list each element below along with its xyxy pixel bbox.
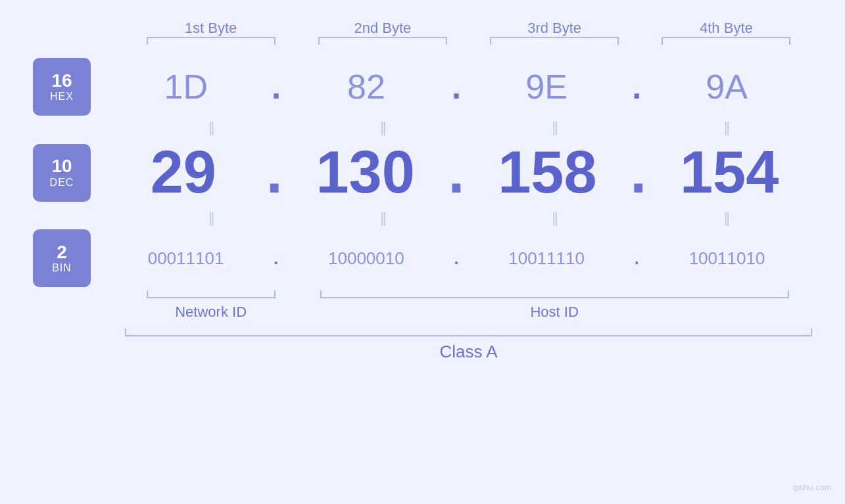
- dec-dot2: .: [448, 139, 464, 206]
- eq2-1: ||: [208, 211, 213, 225]
- bin-byte2-cell: 10000010: [281, 248, 451, 269]
- host-bracket: [320, 290, 789, 298]
- bottom-brackets: [33, 290, 812, 298]
- eq1-cell3: ||: [469, 120, 640, 135]
- bin-byte4: 10011010: [689, 248, 765, 269]
- dec-dot3: .: [630, 139, 646, 206]
- bin-dot1: .: [274, 248, 278, 269]
- dec-badge: 10 DEC: [33, 144, 91, 202]
- bin-byte2: 10000010: [328, 248, 404, 269]
- dec-badge-label: DEC: [50, 177, 74, 189]
- eq2-cell1: ||: [125, 211, 297, 225]
- byte4-header: 4th Byte: [640, 20, 812, 37]
- bin-badge: 2 BIN: [33, 229, 91, 287]
- bin-row: 2 BIN 00011101 . 10000010 . 10011110 . 1…: [33, 229, 812, 287]
- hex-badge-label: HEX: [50, 91, 74, 103]
- bracket-top-1: [147, 37, 276, 45]
- network-label-wrap: Network ID: [125, 304, 297, 321]
- eq1-cell4: ||: [640, 120, 812, 135]
- eq2-2: ||: [380, 211, 385, 225]
- bin-byte1-cell: 00011101: [101, 248, 271, 269]
- section-labels: Network ID Host ID: [33, 304, 812, 321]
- class-bracket: [125, 329, 812, 336]
- bracket-top-2: [318, 37, 447, 45]
- network-bracket-wrap: [125, 290, 297, 298]
- main-container: 1st Byte 2nd Byte 3rd Byte 4th Byte 16 H…: [0, 0, 845, 504]
- byte-headers: 1st Byte 2nd Byte 3rd Byte 4th Byte: [33, 20, 812, 37]
- network-id-label: Network ID: [175, 304, 247, 321]
- eq1-3: ||: [552, 120, 556, 135]
- dec-byte2-cell: 130: [283, 139, 448, 206]
- hex-badge: 16 HEX: [33, 58, 91, 116]
- bracket-cell-1: [125, 37, 297, 45]
- dec-row: 10 DEC 29 . 130 . 158 . 154: [33, 139, 812, 206]
- dec-byte4-cell: 154: [646, 139, 812, 206]
- eq1-1: ||: [208, 120, 213, 135]
- bin-byte4-cell: 10011010: [642, 248, 812, 269]
- bin-dot2: .: [454, 248, 458, 269]
- hex-byte4: 9A: [706, 67, 748, 106]
- bin-dot3: .: [635, 248, 639, 269]
- class-label: Class A: [439, 342, 497, 362]
- byte1-header: 1st Byte: [125, 20, 297, 37]
- hex-byte3-cell: 9E: [461, 67, 632, 106]
- bracket-top-3: [490, 37, 619, 45]
- eq2-cell3: ||: [469, 211, 640, 225]
- hex-byte1: 1D: [164, 67, 208, 106]
- dec-values: 29 . 130 . 158 . 154: [101, 139, 812, 206]
- host-bracket-wrap: [297, 290, 812, 298]
- bin-byte3-cell: 10011110: [462, 248, 632, 269]
- dec-byte4: 154: [680, 139, 779, 206]
- top-brackets: [33, 37, 812, 45]
- host-label-wrap: Host ID: [297, 304, 812, 321]
- bin-badge-label: BIN: [52, 262, 72, 274]
- equals-row-1: || || || ||: [33, 116, 812, 139]
- hex-byte2: 82: [347, 67, 385, 106]
- class-label-wrap: Class A: [125, 342, 812, 362]
- eq1-4: ||: [724, 120, 729, 135]
- hex-dot1: .: [272, 67, 281, 106]
- bin-badge-num: 2: [57, 242, 67, 263]
- hex-values: 1D . 82 . 9E . 9A: [101, 67, 812, 106]
- hex-byte3: 9E: [525, 67, 567, 106]
- eq2-cell2: ||: [297, 211, 468, 225]
- dec-byte3-cell: 158: [465, 139, 631, 206]
- hex-badge-num: 16: [51, 71, 72, 91]
- eq2-cell4: ||: [640, 211, 812, 225]
- host-id-label: Host ID: [530, 304, 578, 321]
- eq1-2: ||: [380, 120, 385, 135]
- watermark: ipshu.com: [793, 482, 832, 492]
- bin-byte3: 10011110: [508, 248, 585, 269]
- dec-byte1: 29: [151, 139, 216, 206]
- hex-byte2-cell: 82: [281, 67, 452, 106]
- bracket-cell-3: [469, 37, 640, 45]
- network-bracket: [147, 290, 276, 298]
- byte3-header: 3rd Byte: [469, 20, 640, 37]
- dec-byte2: 130: [316, 139, 415, 206]
- eq1-cell2: ||: [297, 120, 468, 135]
- bracket-cell-4: [640, 37, 812, 45]
- bracket-top-4: [662, 37, 790, 45]
- bin-byte1: 00011101: [148, 248, 224, 269]
- dec-dot1: .: [266, 139, 283, 206]
- class-row: Class A: [33, 329, 812, 362]
- eq2-3: ||: [552, 211, 556, 225]
- eq2-4: ||: [724, 211, 729, 225]
- dec-badge-num: 10: [51, 156, 72, 177]
- hex-row: 16 HEX 1D . 82 . 9E . 9A: [33, 58, 812, 116]
- bin-values: 00011101 . 10000010 . 10011110 . 1001101…: [101, 248, 812, 269]
- dec-byte3: 158: [498, 139, 596, 206]
- hex-dot2: .: [452, 67, 461, 106]
- hex-dot3: .: [632, 67, 641, 106]
- hex-byte4-cell: 9A: [641, 67, 812, 106]
- bracket-cell-2: [297, 37, 468, 45]
- dec-byte1-cell: 29: [101, 139, 266, 206]
- byte2-header: 2nd Byte: [297, 20, 468, 37]
- eq1-cell1: ||: [125, 120, 297, 135]
- equals-row-2: || || || ||: [33, 206, 812, 229]
- hex-byte1-cell: 1D: [101, 67, 272, 106]
